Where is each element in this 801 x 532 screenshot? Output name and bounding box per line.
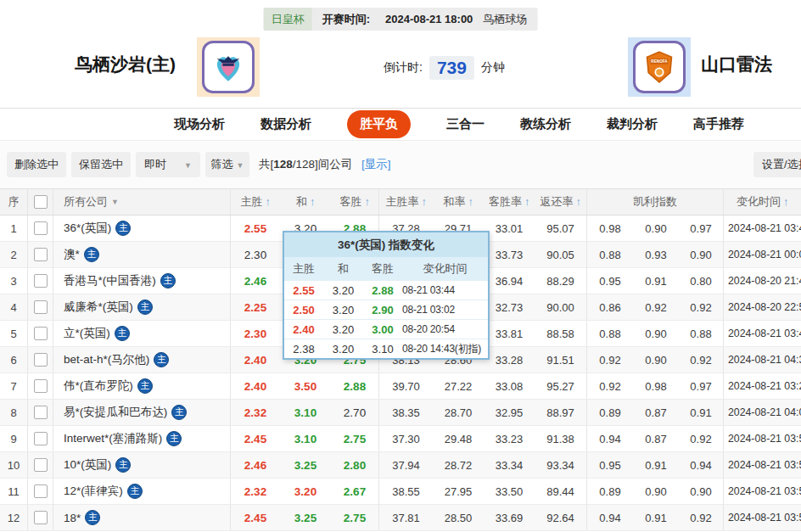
home-badge-icon: 主	[85, 510, 100, 525]
odds-away-cell[interactable]: 2.88	[331, 373, 379, 399]
company-cell[interactable]: 澳*主	[53, 242, 231, 267]
tab-referee-analysis[interactable]: 裁判分析	[607, 116, 658, 132]
company-name: 立*(英国)	[64, 326, 110, 341]
column-change-time[interactable]: 变化时间↑	[724, 189, 801, 215]
odds-draw-cell[interactable]: 3.25	[280, 452, 331, 478]
away-team-logo: RENOFA	[628, 37, 691, 97]
company-cell[interactable]: 10*(英国)主	[53, 452, 231, 478]
odds-draw-cell[interactable]: 3.10	[280, 426, 331, 451]
company-cell[interactable]: 18*主	[53, 505, 231, 530]
home-badge-icon: 主	[137, 300, 153, 315]
tab-win-draw-lose[interactable]: 胜平负	[347, 110, 411, 138]
company-cell[interactable]: 12*(菲律宾)主	[53, 479, 231, 504]
select-all-checkbox[interactable]	[34, 195, 48, 209]
popup-change-time: 08-20 20:54	[402, 323, 488, 335]
company-cell[interactable]: 伟*(直布罗陀)主	[53, 373, 231, 399]
row-checkbox[interactable]	[34, 484, 48, 498]
row-checkbox[interactable]	[34, 511, 48, 524]
row-checkbox[interactable]	[34, 327, 48, 340]
kelly-away-cell: 0.88	[679, 321, 724, 346]
company-cell[interactable]: 香港马*(中国香港)主	[53, 268, 231, 294]
odds-home-cell[interactable]: 2.30	[231, 321, 280, 346]
company-cell[interactable]: 36*(英国)主	[53, 216, 231, 241]
odds-away-cell[interactable]: 2.70	[331, 400, 379, 425]
odds-home-cell[interactable]: 2.45	[231, 426, 280, 451]
row-checkbox-cell	[28, 400, 53, 425]
row-seq: 4	[0, 294, 28, 320]
company-cell[interactable]: 威廉希*(英国)主	[53, 294, 231, 320]
odds-away-cell[interactable]: 2.75	[331, 426, 379, 451]
odds-home-cell[interactable]: 2.30	[231, 242, 280, 267]
kelly-away-cell: 0.92	[679, 426, 724, 451]
odds-home-cell[interactable]: 2.45	[231, 505, 280, 530]
home-badge-icon: 主	[154, 352, 169, 367]
odds-draw-cell[interactable]: 3.50	[280, 373, 331, 399]
company-cell[interactable]: Interwet*(塞浦路斯)主	[53, 426, 231, 451]
odds-draw-cell[interactable]: 3.20	[280, 479, 331, 504]
kelly-home-cell: 0.92	[587, 347, 633, 372]
column-company[interactable]: 所有公司▼	[53, 189, 231, 215]
odds-home-cell[interactable]: 2.40	[231, 347, 280, 372]
odds-home-cell[interactable]: 2.55	[231, 216, 280, 241]
popup-away-odds: 2.90	[363, 304, 402, 316]
odds-draw-cell[interactable]: 3.10	[280, 400, 331, 425]
tab-live-analysis[interactable]: 现场分析	[174, 116, 225, 132]
odds-home-cell[interactable]: 2.46	[231, 268, 280, 294]
tab-data-analysis[interactable]: 数据分析	[260, 116, 311, 132]
filter-dropdown[interactable]: 筛选▼	[205, 152, 249, 177]
row-checkbox[interactable]	[34, 221, 48, 235]
column-home-win[interactable]: 主胜↑	[231, 189, 280, 215]
popup-home-odds: 2.50	[284, 304, 323, 316]
odds-home-cell[interactable]: 2.32	[231, 400, 280, 425]
column-return-rate[interactable]: 返还率↑	[535, 189, 587, 215]
row-checkbox[interactable]	[34, 353, 48, 367]
kelly-draw-cell: 0.90	[633, 321, 679, 346]
company-cell[interactable]: 易*(安提瓜和巴布达)主	[53, 400, 231, 425]
odds-away-cell[interactable]: 2.67	[331, 479, 379, 504]
column-away-rate[interactable]: 客胜率↑	[484, 189, 535, 215]
delete-selected-button[interactable]: 删除选中	[7, 152, 66, 177]
live-odds-dropdown[interactable]: ▼即时	[136, 152, 200, 177]
odds-home-cell[interactable]: 2.25	[231, 294, 280, 320]
row-checkbox[interactable]	[34, 458, 48, 472]
company-cell[interactable]: 立*(英国)主	[53, 321, 231, 346]
popup-column-draw: 和	[323, 261, 363, 277]
column-home-rate[interactable]: 主胜率↑	[379, 189, 433, 215]
kelly-home-cell: 0.98	[587, 216, 633, 241]
tab-expert-picks[interactable]: 高手推荐	[693, 116, 744, 132]
row-checkbox[interactable]	[34, 248, 48, 261]
company-cell[interactable]: bet-at-h*(马尔他)主	[53, 347, 231, 372]
company-name: 易*(安提瓜和巴布达)	[64, 405, 167, 420]
change-time-cell: 2024-08-21 04:05	[724, 400, 801, 425]
column-draw[interactable]: 和↑	[280, 189, 331, 215]
popup-column-away: 客胜	[363, 261, 402, 277]
settings-select-button[interactable]: 设置/选择	[753, 152, 801, 177]
odds-home-cell[interactable]: 2.40	[231, 373, 280, 399]
analysis-tabs: 现场分析 数据分析 胜平负 三合一 教练分析 裁判分析 高手推荐	[0, 109, 801, 141]
company-name: bet-at-h*(马尔他)	[64, 352, 149, 367]
row-checkbox[interactable]	[34, 406, 48, 419]
home-crest-icon	[202, 41, 255, 93]
home-badge-icon: 主	[84, 247, 99, 262]
tab-coach-analysis[interactable]: 教练分析	[520, 116, 571, 132]
odds-home-cell[interactable]: 2.32	[231, 479, 280, 504]
row-checkbox[interactable]	[34, 300, 48, 314]
row-checkbox[interactable]	[34, 274, 48, 288]
odds-away-cell[interactable]: 2.80	[331, 452, 379, 478]
away-crest-icon: RENOFA	[633, 41, 686, 93]
odds-away-cell[interactable]: 2.75	[331, 505, 379, 530]
table-row: 1218*主2.453.252.7537.8128.5033.6992.640.…	[0, 505, 801, 531]
kelly-away-cell: 0.92	[679, 347, 724, 372]
keep-selected-button[interactable]: 保留选中	[71, 152, 131, 177]
tab-three-in-one[interactable]: 三合一	[446, 116, 485, 132]
show-link[interactable]: [显示]	[361, 158, 391, 171]
kelly-away-cell: 0.92	[679, 294, 724, 320]
kelly-home-cell: 0.86	[587, 294, 633, 320]
column-away-win[interactable]: 客胜↑	[331, 189, 379, 215]
odds-home-cell[interactable]: 2.46	[231, 452, 280, 478]
home-rate-cell: 37.94	[379, 452, 433, 478]
row-checkbox[interactable]	[34, 379, 48, 393]
odds-draw-cell[interactable]: 3.25	[280, 505, 331, 530]
column-draw-rate[interactable]: 和率↑	[433, 189, 484, 215]
row-checkbox[interactable]	[34, 432, 48, 445]
